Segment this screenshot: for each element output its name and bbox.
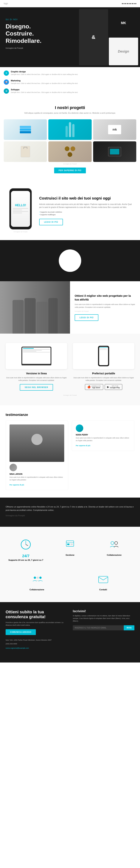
dark-circle-section bbox=[0, 240, 140, 281]
hero-img-ampersand: & bbox=[79, 9, 108, 65]
feature-gestione-illus bbox=[53, 537, 88, 552]
app-store-text: Available on the App Store bbox=[92, 385, 101, 389]
version-portable-title: Preferisci portatile bbox=[73, 372, 134, 375]
project-card-4 bbox=[4, 142, 47, 162]
collaboration-icon bbox=[109, 539, 120, 550]
feature-gestione: Gestione bbox=[50, 534, 90, 565]
svg-rect-6 bbox=[71, 544, 73, 545]
footer-phone: (305) 556-9999 bbox=[6, 643, 67, 645]
version-portable: Preferisci portatile Duis aute irure dol… bbox=[73, 343, 134, 391]
nora-name: NORA PERRY bbox=[76, 434, 131, 436]
project-card-2 bbox=[48, 119, 92, 140]
nina-text: Duis aute irure dolor in reprehenderit i… bbox=[9, 476, 64, 481]
feature-contact-illus bbox=[75, 571, 132, 587]
google-play-text: GET IT ON Google Play bbox=[110, 385, 120, 389]
hello-label: HELLO! bbox=[15, 204, 26, 207]
svg-point-10 bbox=[36, 577, 39, 579]
build-more-button[interactable]: LEGGI DI PIÙ bbox=[39, 219, 63, 225]
clock-icon bbox=[20, 539, 31, 550]
feature-item-1: Supporto via email e telefono bbox=[39, 211, 134, 213]
nina-link[interactable]: Per saperne di più bbox=[9, 484, 24, 486]
svg-point-9 bbox=[34, 577, 36, 579]
service-graphic-design-text: Graphic design Sample text. Click to sel… bbox=[11, 70, 78, 76]
svg-rect-5 bbox=[67, 544, 69, 545]
store-buttons: 🍎 Available on the App Store ▶ GET IT ON… bbox=[73, 384, 134, 390]
nora-link[interactable]: Per saperne di più bbox=[76, 445, 90, 446]
footer-cta-body: Porsche e grazia che ci ho, tua sommo du… bbox=[6, 621, 67, 627]
feature-247: 24/7 Supporto 24 ore su 24, 7 giorni su … bbox=[6, 534, 46, 565]
sviluppo-icon: ⚙ bbox=[4, 88, 9, 94]
graphic-design-icon: ✦ bbox=[4, 70, 9, 76]
team-body: Duis aute irure dolor in reprehenderit i… bbox=[75, 303, 135, 309]
features-section: 24/7 Supporto 24 ore su 24, 7 giorni su … bbox=[0, 527, 140, 602]
feature-contact-title: Contatti bbox=[75, 588, 132, 591]
feature-collaborazione-illus bbox=[97, 537, 132, 552]
service-graphic-design: ✦ Graphic design Sample text. Click to s… bbox=[2, 69, 138, 77]
footer-address: New York, 4456 Parker Road Allentown, Nu… bbox=[6, 639, 67, 641]
team-photo bbox=[0, 281, 70, 334]
menu-button[interactable] bbox=[122, 3, 136, 4]
feature-collab2-title: Collaborazione bbox=[8, 588, 65, 591]
service-marketing: 📢 Marketing Sample text. Click to select… bbox=[2, 78, 138, 86]
build-features: Supporto via email e telefono Supporto m… bbox=[39, 211, 134, 216]
build-title: Costruisci il sito web dei tuoi sogni og… bbox=[39, 196, 134, 200]
project-card-5 bbox=[48, 142, 92, 162]
testimonial-nina: NINA LARSON Duis aute irure dolor in rep… bbox=[6, 421, 68, 490]
feature-gestione-title: Gestione bbox=[53, 554, 88, 556]
service-sviluppo-text: Sviluppo Sample text. Click to select th… bbox=[11, 88, 78, 94]
svg-rect-12 bbox=[99, 576, 108, 583]
footer-cta-title: Ottieni subito la tua consulenza gratuit… bbox=[6, 610, 67, 619]
team-credit: Immagine da Freepik bbox=[75, 310, 135, 312]
nora-text: Duis aute irure dolor in reprehenderit i… bbox=[76, 437, 131, 442]
version-online: Versione in linea Duis aute irure dolor … bbox=[6, 343, 67, 391]
feature-item-2: Supporto multilingue bbox=[39, 213, 134, 216]
project-card-6 bbox=[93, 142, 136, 162]
google-play-icon: ▶ bbox=[107, 385, 109, 389]
versions-grid: Versione in linea Duis aute irure dolor … bbox=[6, 343, 134, 391]
learn-body: Offriamo un apprendimento online flessib… bbox=[6, 505, 134, 512]
email-input[interactable] bbox=[73, 625, 124, 630]
hero-img-mk: MK bbox=[109, 9, 138, 37]
footer-email[interactable]: nome.cognome@example.com bbox=[6, 647, 29, 649]
footer-contact: New York, 4456 Parker Road Allentown, Nu… bbox=[6, 639, 67, 649]
services-section: ✦ Graphic design Sample text. Click to s… bbox=[0, 67, 140, 98]
hero-section: SU DI NOI Disegno. Costruire. Rimodellar… bbox=[0, 7, 140, 67]
versions-credit: Immagini da Freepik bbox=[6, 394, 134, 396]
projects-section: I nostri progetti Velit aliqua cupidta s… bbox=[0, 98, 140, 181]
submit-button[interactable]: INVIA bbox=[124, 625, 134, 630]
hero-text: SU DI NOI Disegno. Costruire. Rimodellar… bbox=[0, 7, 77, 67]
hero-tag: SU DI NOI bbox=[6, 19, 71, 21]
build-image-credit: Immagine da Freepik bbox=[6, 231, 35, 232]
feature-collab2-illus bbox=[8, 571, 65, 587]
hero-title: Disegno. Costruire. Rimodellare. bbox=[6, 23, 71, 44]
version-online-mock bbox=[6, 343, 67, 369]
navbar: logo bbox=[0, 0, 140, 7]
team-work-icon bbox=[31, 574, 42, 585]
version-online-btn[interactable]: Segui nel browser bbox=[20, 384, 53, 391]
nina-photo bbox=[9, 425, 64, 462]
projects-more-button[interactable]: PER SAPERNE DI PIÙ bbox=[54, 167, 86, 173]
footer: Ottieni subito la tua consulenza gratuit… bbox=[0, 602, 140, 663]
footer-cta-button[interactable]: COMUNICA ADESSO bbox=[6, 629, 36, 635]
features-row: 24/7 Supporto 24 ore su 24, 7 giorni su … bbox=[6, 534, 134, 565]
marketing-icon: 📢 bbox=[4, 80, 9, 85]
app-store-button[interactable]: 🍎 Available on the App Store bbox=[85, 384, 103, 390]
build-phone-image: HELLO! Immagine da Freepik bbox=[6, 188, 35, 232]
hero-credit: Immagine da Freepik bbox=[6, 47, 71, 49]
management-icon bbox=[64, 539, 76, 550]
projects-grid: mk bbox=[4, 119, 136, 162]
team-more-button[interactable]: LEGGI DI PIÙ bbox=[75, 314, 98, 321]
testimonials-title: testimonianze bbox=[6, 413, 134, 417]
version-portable-mock bbox=[73, 343, 134, 369]
nina-name: NINA LARSON bbox=[9, 473, 64, 475]
versions-section: Versione in linea Duis aute irure dolor … bbox=[0, 334, 140, 405]
project-card-1 bbox=[4, 119, 47, 140]
google-play-button[interactable]: ▶ GET IT ON Google Play bbox=[105, 384, 122, 390]
testimonials-grid: NINA LARSON Duis aute irure dolor in rep… bbox=[6, 421, 134, 490]
feature-247-num: 24/7 bbox=[8, 554, 43, 558]
version-online-title: Versione in linea bbox=[6, 372, 67, 375]
nina-avatar bbox=[9, 464, 17, 471]
footer-grid: Ottieni subito la tua consulenza gratuit… bbox=[6, 610, 134, 650]
projects-credit: Immagini da Freepik bbox=[4, 163, 136, 165]
contact-icon bbox=[98, 574, 109, 585]
